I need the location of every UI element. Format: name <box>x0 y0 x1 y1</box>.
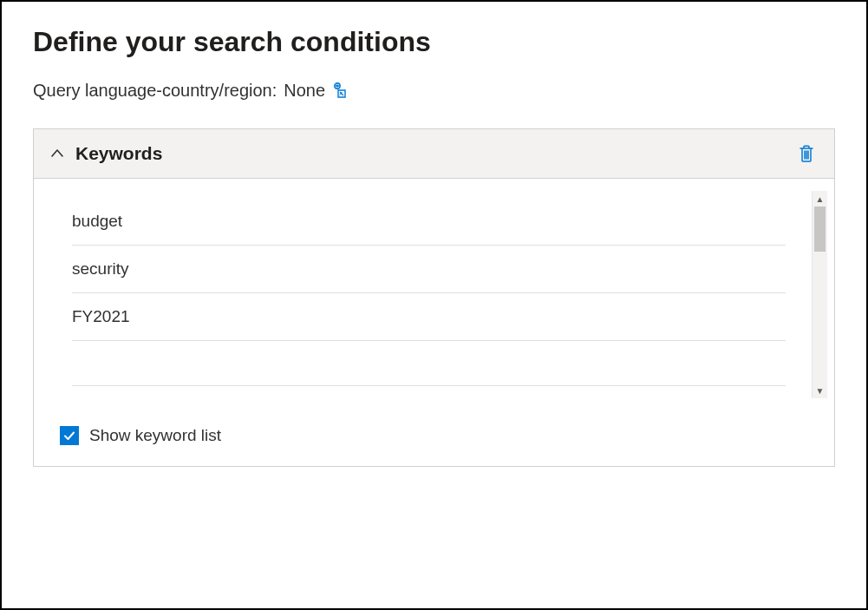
keyword-row[interactable]: security <box>72 246 786 293</box>
keyword-row[interactable]: budget <box>72 198 786 246</box>
scrollbar[interactable]: ▲ ▼ <box>812 191 827 398</box>
keywords-panel: Keywords budget security FY2021 ▲ ▼ <box>33 128 835 467</box>
keywords-panel-header[interactable]: Keywords <box>34 129 834 179</box>
delete-keywords-button[interactable] <box>794 141 819 166</box>
page-title: Define your search conditions <box>33 26 835 58</box>
keyword-row[interactable]: FY2021 <box>72 293 786 341</box>
query-language-value: None <box>284 81 325 101</box>
query-language-label: Query language-country/region: <box>33 81 277 101</box>
keyword-row[interactable] <box>72 341 786 386</box>
keywords-panel-body: budget security FY2021 ▲ ▼ Show keyword … <box>34 179 834 466</box>
chevron-up-icon[interactable] <box>49 146 65 161</box>
keywords-panel-title: Keywords <box>75 143 162 164</box>
query-language-row: Query language-country/region: None <box>33 81 835 101</box>
scroll-thumb[interactable] <box>814 207 826 252</box>
show-keyword-list-label: Show keyword list <box>89 426 221 445</box>
scroll-down-icon[interactable]: ▼ <box>813 383 827 398</box>
keywords-list: budget security FY2021 ▲ ▼ <box>34 179 834 409</box>
show-keyword-list-row: Show keyword list <box>34 409 834 466</box>
scroll-up-icon[interactable]: ▲ <box>813 191 827 207</box>
show-keyword-list-checkbox[interactable] <box>60 426 79 445</box>
translate-icon[interactable] <box>332 82 349 100</box>
